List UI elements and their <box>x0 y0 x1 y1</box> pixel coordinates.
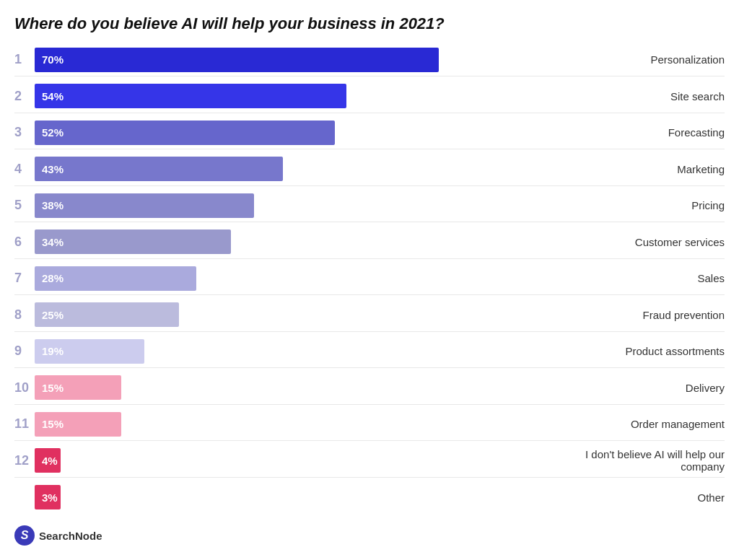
bar-area: 4% <box>35 448 537 473</box>
rank-number: 2 <box>14 89 35 104</box>
category-label: Marketing <box>537 163 725 175</box>
bar-row: 1015%Delivery <box>14 372 725 405</box>
bar-percent-label: 19% <box>42 345 64 357</box>
bar-row: 254%Site search <box>14 80 725 113</box>
bar: 19% <box>35 339 144 364</box>
bar-area: 54% <box>35 84 537 108</box>
rank-number: 12 <box>14 453 35 468</box>
bar-percent-label: 28% <box>42 272 64 284</box>
bar: 52% <box>35 121 335 145</box>
bar-row: 124%I don't believe AI will help our com… <box>14 445 725 478</box>
bar-percent-label: 70% <box>42 53 64 66</box>
bar-area: 15% <box>35 375 537 400</box>
rank-number: 7 <box>14 271 35 286</box>
bar: 54% <box>35 84 346 108</box>
category-label: Order management <box>537 418 725 430</box>
bar-row: 170%Personalization <box>14 43 725 76</box>
chart-title: Where do you believe AI will help your b… <box>14 14 725 33</box>
category-label: I don't believe AI will help our company <box>537 448 725 473</box>
bar: 70% <box>35 48 439 72</box>
bar-percent-label: 15% <box>42 418 64 430</box>
bar-percent-label: 25% <box>42 309 64 321</box>
bar-row: 3%Other <box>14 481 725 514</box>
rank-number: 8 <box>14 307 35 323</box>
category-label: Fraud prevention <box>537 309 725 321</box>
bar-percent-label: 54% <box>42 90 64 102</box>
logo-icon: S <box>14 525 35 546</box>
bar-area: 3% <box>35 485 537 509</box>
bar: 28% <box>35 266 196 291</box>
category-label: Delivery <box>537 382 725 394</box>
bar-area: 52% <box>35 121 537 145</box>
rank-number: 1 <box>14 52 35 67</box>
bar-percent-label: 38% <box>42 199 64 211</box>
rank-number: 3 <box>14 125 35 140</box>
logo-label: SearchNode <box>39 530 102 542</box>
bar-percent-label: 43% <box>42 163 64 175</box>
bar: 15% <box>35 375 121 400</box>
bar: 25% <box>35 302 179 327</box>
bar-row: 352%Forecasting <box>14 116 725 149</box>
bar-row: 538%Pricing <box>14 189 725 222</box>
rank-number: 9 <box>14 344 35 359</box>
category-label: Forecasting <box>537 126 725 139</box>
bar: 15% <box>35 412 121 437</box>
bar-area: 25% <box>35 302 537 327</box>
category-label: Customer services <box>537 236 725 248</box>
bar: 38% <box>35 193 254 218</box>
category-label: Personalization <box>537 53 725 66</box>
category-label: Pricing <box>537 199 725 211</box>
rank-number: 4 <box>14 162 35 177</box>
bar: 43% <box>35 157 283 181</box>
bar-row: 443%Marketing <box>14 153 725 186</box>
bar-row: 634%Customer services <box>14 226 725 259</box>
bar-area: 34% <box>35 229 537 254</box>
category-label: Sales <box>537 272 725 284</box>
bar-area: 15% <box>35 412 537 437</box>
bar-row: 1115%Order management <box>14 408 725 441</box>
chart-container: Where do you believe AI will help your b… <box>0 0 739 560</box>
bar-percent-label: 4% <box>42 455 58 467</box>
bar: 34% <box>35 229 231 254</box>
category-label: Other <box>537 491 725 504</box>
bar-area: 28% <box>35 266 537 291</box>
bar-percent-label: 3% <box>42 491 58 504</box>
rank-number: 6 <box>14 235 35 250</box>
bar-area: 43% <box>35 157 537 181</box>
bar-percent-label: 15% <box>42 382 64 394</box>
bar-row: 728%Sales <box>14 262 725 295</box>
bar-row: 919%Product assortments <box>14 335 725 368</box>
footer: S SearchNode <box>14 521 725 546</box>
bar-percent-label: 52% <box>42 126 64 139</box>
bar-percent-label: 34% <box>42 236 64 248</box>
bar-area: 70% <box>35 48 537 72</box>
category-label: Site search <box>537 90 725 102</box>
bar-area: 38% <box>35 193 537 218</box>
bar: 4% <box>35 448 61 473</box>
bar-area: 19% <box>35 339 537 364</box>
logo: S SearchNode <box>14 525 102 546</box>
chart-body: 170%Personalization254%Site search352%Fo… <box>14 43 725 514</box>
rank-number: 11 <box>14 416 35 432</box>
category-label: Product assortments <box>537 345 725 357</box>
rank-number: 5 <box>14 198 35 213</box>
rank-number: 10 <box>14 380 35 395</box>
bar-row: 825%Fraud prevention <box>14 299 725 332</box>
bar: 3% <box>35 485 61 509</box>
